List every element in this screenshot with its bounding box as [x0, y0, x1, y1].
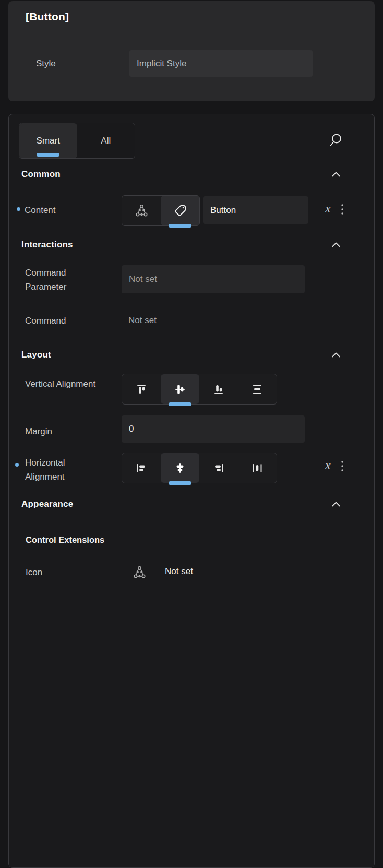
- content-modified-dot: [17, 207, 20, 211]
- vertical-alignment-label: Vertical Alignment: [25, 377, 98, 391]
- tab-smart[interactable]: Smart: [19, 123, 77, 158]
- horizontal-align-right-button[interactable]: [199, 453, 238, 483]
- align-right-icon: [212, 461, 225, 475]
- collapse-appearance-button[interactable]: [330, 501, 342, 508]
- tab-all-label: All: [101, 136, 111, 146]
- margin-value: 0: [129, 424, 134, 434]
- selected-horizontal-alignment-indicator: [169, 481, 192, 485]
- selected-editor-indicator: [169, 224, 192, 228]
- command-parameter-input[interactable]: Not set: [122, 265, 305, 293]
- resource-molecule-icon: [135, 204, 149, 218]
- horizontal-stretch-icon: [250, 461, 264, 475]
- horizontal-align-left-button[interactable]: [122, 453, 161, 483]
- search-icon: [328, 133, 343, 148]
- subsection-header-control-extensions: Control Extensions: [26, 535, 104, 545]
- vertical-align-center-button[interactable]: [161, 374, 199, 404]
- content-value-input[interactable]: Button: [203, 196, 308, 224]
- horizontal-alignment-more-options-button[interactable]: [341, 460, 344, 472]
- section-header-layout: Layout: [21, 350, 51, 360]
- tab-smart-label: Smart: [37, 136, 60, 146]
- style-value: Implicit Style: [137, 58, 186, 69]
- style-label: Style: [36, 56, 56, 70]
- selected-tab-indicator: [37, 153, 59, 157]
- tab-all[interactable]: All: [77, 123, 135, 158]
- selected-element-card: [Button] Style Implicit Style: [8, 1, 375, 101]
- horizontal-align-center-button[interactable]: [161, 453, 199, 483]
- selected-vertical-alignment-indicator: [169, 402, 192, 406]
- kebab-menu-icon: [341, 460, 344, 472]
- horizontal-alignment-modified-dot: [15, 463, 19, 467]
- horizontal-alignment-advanced-x-marker[interactable]: x: [325, 459, 331, 471]
- align-top-icon: [135, 383, 148, 396]
- command-parameter-value: Not set: [129, 274, 157, 284]
- horizontal-alignment-control: [122, 453, 277, 483]
- content-label: Content: [25, 203, 108, 217]
- icon-property-value: Not set: [165, 566, 193, 577]
- section-header-interactions: Interactions: [21, 240, 73, 250]
- content-editor-toggle: [122, 195, 200, 226]
- search-properties-button[interactable]: [326, 131, 345, 150]
- vertical-align-bottom-button[interactable]: [199, 374, 238, 404]
- selected-element-title: [Button]: [26, 10, 69, 23]
- horizontal-alignment-label: Horizontal Alignment: [25, 456, 98, 484]
- collapse-common-button[interactable]: [330, 171, 342, 178]
- collapse-layout-button[interactable]: [330, 351, 342, 359]
- align-vertical-center-icon: [173, 383, 187, 396]
- content-resource-editor-button[interactable]: [122, 196, 161, 225]
- view-tabs: Smart All: [19, 123, 135, 159]
- chevron-up-icon: [330, 241, 342, 248]
- vertical-align-top-button[interactable]: [122, 374, 161, 404]
- command-parameter-label: Command Parameter: [25, 266, 103, 294]
- chevron-up-icon: [330, 171, 342, 178]
- content-literal-editor-button[interactable]: [161, 196, 199, 225]
- content-advanced-x-marker[interactable]: x: [325, 202, 331, 215]
- icon-property-label: Icon: [26, 565, 109, 579]
- align-bottom-icon: [212, 383, 225, 396]
- chevron-up-icon: [330, 351, 342, 359]
- section-header-common: Common: [21, 169, 61, 180]
- tag-icon: [173, 204, 187, 218]
- resource-molecule-icon: [133, 565, 147, 579]
- chevron-up-icon: [330, 501, 342, 508]
- section-header-appearance: Appearance: [21, 499, 73, 509]
- vertical-stretch-icon: [250, 383, 264, 396]
- vertical-align-stretch-button[interactable]: [238, 374, 277, 404]
- collapse-interactions-button[interactable]: [330, 241, 342, 248]
- kebab-menu-icon: [341, 203, 344, 216]
- command-label: Command: [25, 314, 109, 328]
- icon-resource-picker-button[interactable]: [133, 565, 147, 579]
- content-more-options-button[interactable]: [341, 203, 344, 216]
- align-left-icon: [135, 461, 148, 475]
- content-value: Button: [210, 205, 236, 216]
- style-input[interactable]: Implicit Style: [129, 50, 313, 77]
- property-inspector-card: Smart All Common Content: [8, 114, 375, 868]
- align-horizontal-center-icon: [173, 461, 187, 475]
- horizontal-align-stretch-button[interactable]: [238, 453, 277, 483]
- margin-label: Margin: [25, 424, 109, 438]
- command-value: Not set: [128, 315, 157, 326]
- vertical-alignment-control: [122, 374, 277, 405]
- margin-input[interactable]: 0: [122, 415, 305, 443]
